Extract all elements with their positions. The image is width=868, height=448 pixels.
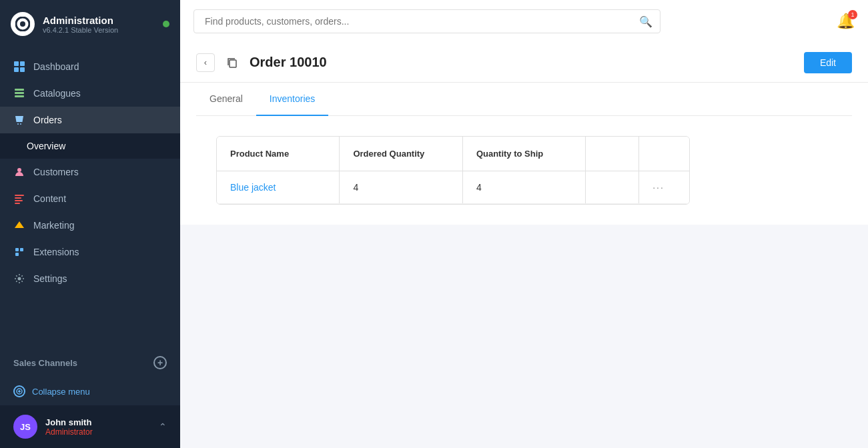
notification-badge: 1 bbox=[848, 10, 857, 19]
online-indicator bbox=[163, 21, 169, 27]
avatar-initials: JS bbox=[20, 422, 31, 432]
cell-action1 bbox=[586, 171, 639, 203]
svg-marker-16 bbox=[15, 221, 24, 228]
sidebar-item-overview[interactable]: Overview bbox=[0, 133, 180, 159]
inventory-table: Product Name Ordered Quantity Quantity t… bbox=[216, 136, 690, 205]
extensions-icon bbox=[13, 246, 25, 258]
edit-button[interactable]: Edit bbox=[804, 52, 852, 73]
sidebar-item-orders-label: Orders bbox=[33, 115, 62, 125]
svg-rect-15 bbox=[15, 203, 20, 204]
orders-icon bbox=[13, 114, 25, 126]
svg-rect-9 bbox=[17, 123, 19, 125]
tab-inventories[interactable]: Inventories bbox=[256, 83, 328, 116]
content-icon bbox=[13, 193, 25, 205]
page-title: Order 10010 bbox=[250, 55, 796, 70]
svg-rect-12 bbox=[15, 195, 24, 196]
table-row: Blue jacket 4 4 ··· bbox=[217, 171, 689, 204]
sidebar-item-overview-label: Overview bbox=[27, 141, 65, 151]
search-icon: 🔍 bbox=[639, 15, 653, 28]
column-header-action1 bbox=[586, 137, 639, 171]
tabs: General Inventories bbox=[196, 83, 852, 116]
svg-rect-2 bbox=[14, 61, 19, 66]
sales-channels-section: Sales Channels + bbox=[0, 348, 180, 377]
user-name: John smith bbox=[45, 417, 151, 427]
column-header-product-name: Product Name bbox=[217, 137, 340, 171]
sidebar-header: Administration v6.4.2.1 Stable Version bbox=[0, 0, 180, 48]
page-header: ‹ Order 10010 Edit bbox=[180, 43, 868, 83]
column-header-action2 bbox=[639, 137, 689, 171]
svg-point-20 bbox=[18, 277, 21, 281]
nav-arrows: ‹ bbox=[196, 53, 215, 72]
sidebar-item-dashboard[interactable]: Dashboard bbox=[0, 53, 180, 80]
app-title-block: Administration v6.4.2.1 Stable Version bbox=[43, 15, 118, 34]
content-inner: General Inventories Product Name Ordered… bbox=[180, 83, 868, 225]
svg-rect-7 bbox=[15, 92, 24, 94]
tab-general[interactable]: General bbox=[196, 83, 256, 116]
svg-rect-19 bbox=[15, 253, 19, 256]
sidebar: Administration v6.4.2.1 Stable Version D… bbox=[0, 0, 180, 448]
svg-point-11 bbox=[17, 168, 21, 172]
cell-product-name[interactable]: Blue jacket bbox=[217, 171, 340, 203]
topbar: 🔍 🔔 1 bbox=[180, 0, 868, 43]
prev-button[interactable]: ‹ bbox=[196, 53, 215, 72]
svg-rect-13 bbox=[15, 197, 21, 199]
sidebar-item-marketing[interactable]: Marketing bbox=[0, 212, 180, 239]
sidebar-item-content[interactable]: Content bbox=[0, 185, 180, 212]
sidebar-item-content-label: Content bbox=[33, 193, 66, 204]
avatar: JS bbox=[13, 415, 37, 439]
table-section: Product Name Ordered Quantity Quantity t… bbox=[196, 116, 852, 225]
main-content: 🔍 🔔 1 ‹ Order 10010 Edit General Invento… bbox=[180, 0, 868, 448]
svg-rect-6 bbox=[15, 89, 24, 91]
column-header-quantity-to-ship: Quantity to Ship bbox=[463, 137, 586, 171]
content-area: General Inventories Product Name Ordered… bbox=[180, 83, 868, 448]
dashboard-icon bbox=[13, 61, 25, 73]
sidebar-item-extensions[interactable]: Extensions bbox=[0, 239, 180, 265]
cell-more-options[interactable]: ··· bbox=[639, 171, 689, 203]
collapse-icon bbox=[13, 385, 25, 397]
sidebar-item-catalogues[interactable]: Catalogues bbox=[0, 80, 180, 107]
svg-rect-10 bbox=[20, 123, 21, 125]
sidebar-item-settings[interactable]: Settings bbox=[0, 265, 180, 292]
user-role: Administrator bbox=[45, 427, 151, 437]
app-name: Administration bbox=[43, 15, 118, 26]
sidebar-nav: Dashboard Catalogues Orders Overview Cus… bbox=[0, 48, 180, 348]
table-header-row: Product Name Ordered Quantity Quantity t… bbox=[217, 137, 689, 171]
user-info: John smith Administrator bbox=[45, 417, 151, 437]
search-wrapper: 🔍 bbox=[193, 9, 661, 33]
svg-rect-18 bbox=[20, 248, 23, 251]
svg-rect-17 bbox=[15, 248, 19, 251]
column-header-ordered-quantity: Ordered Quantity bbox=[340, 137, 462, 171]
svg-rect-14 bbox=[15, 200, 23, 201]
sales-channels-label: Sales Channels bbox=[13, 358, 77, 368]
search-input[interactable] bbox=[193, 9, 661, 33]
collapse-menu-label: Collapse menu bbox=[32, 387, 90, 397]
marketing-icon bbox=[13, 219, 25, 231]
sidebar-item-dashboard-label: Dashboard bbox=[33, 61, 79, 72]
user-menu-toggle[interactable]: ⌃ bbox=[159, 421, 167, 432]
cell-quantity-to-ship: 4 bbox=[463, 171, 586, 203]
app-logo bbox=[11, 12, 35, 36]
copy-button[interactable] bbox=[223, 53, 242, 72]
sidebar-item-customers-label: Customers bbox=[33, 167, 79, 177]
user-profile-section: JS John smith Administrator ⌃ bbox=[0, 405, 180, 448]
app-version: v6.4.2.1 Stable Version bbox=[43, 26, 118, 34]
svg-rect-4 bbox=[14, 67, 19, 72]
svg-point-1 bbox=[20, 21, 25, 27]
add-sales-channel-button[interactable]: + bbox=[153, 356, 167, 369]
sidebar-item-catalogues-label: Catalogues bbox=[33, 88, 81, 99]
svg-rect-5 bbox=[20, 67, 25, 72]
sidebar-item-orders[interactable]: Orders bbox=[0, 107, 180, 133]
svg-rect-8 bbox=[15, 95, 24, 97]
svg-rect-3 bbox=[20, 61, 25, 66]
sidebar-item-settings-label: Settings bbox=[33, 273, 67, 284]
sidebar-item-extensions-label: Extensions bbox=[33, 247, 79, 257]
sidebar-item-marketing-label: Marketing bbox=[33, 220, 74, 231]
sidebar-item-customers[interactable]: Customers bbox=[0, 159, 180, 185]
settings-icon bbox=[13, 273, 25, 285]
svg-rect-22 bbox=[230, 60, 236, 67]
notification-bell[interactable]: 🔔 1 bbox=[837, 13, 855, 30]
customers-icon bbox=[13, 166, 25, 178]
catalogues-icon bbox=[13, 87, 25, 99]
collapse-menu-button[interactable]: Collapse menu bbox=[0, 377, 180, 405]
cell-ordered-quantity: 4 bbox=[340, 171, 462, 203]
